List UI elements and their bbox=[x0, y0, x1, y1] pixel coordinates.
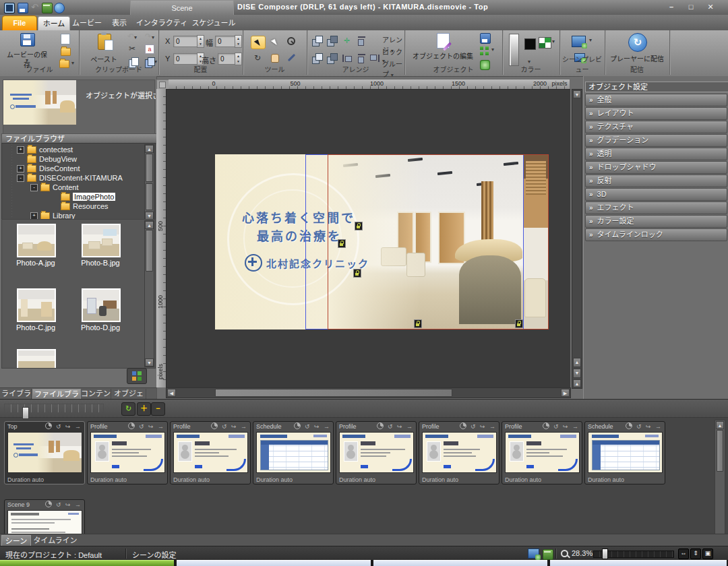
globe-icon[interactable] bbox=[54, 3, 65, 13]
scene-card-schedule[interactable]: Schedule ↺ ↪ → Duration auto bbox=[584, 421, 665, 484]
scene-card-profile[interactable]: Profile ↺ ↪ → Duration auto bbox=[87, 421, 168, 484]
thumbnail-size-slider[interactable] bbox=[4, 404, 104, 413]
taskbar-button[interactable] bbox=[550, 560, 727, 566]
redo-icon[interactable]: ↷▾ bbox=[145, 32, 154, 42]
contextual-tab-scene[interactable]: Scene bbox=[130, 0, 234, 15]
maximize-button[interactable]: □ bbox=[684, 2, 698, 12]
send-to-back-icon[interactable] bbox=[327, 36, 337, 46]
section-color-settings[interactable]: »カラー設定 bbox=[585, 215, 727, 228]
film-icon[interactable] bbox=[42, 3, 53, 13]
close-button[interactable]: ✕ bbox=[703, 2, 718, 12]
center-object-icon[interactable]: ✛ bbox=[342, 36, 352, 46]
zoom-slider-thumb[interactable] bbox=[602, 548, 608, 559]
preview-status-icon[interactable] bbox=[528, 548, 539, 559]
file-thumbnail-photo-d[interactable] bbox=[82, 288, 121, 322]
tree-item[interactable]: Resources bbox=[2, 201, 156, 211]
section-effect[interactable]: »エフェクト bbox=[585, 201, 727, 214]
scroll-right-button[interactable]: ▶ bbox=[561, 389, 570, 397]
lock-icon[interactable] bbox=[353, 269, 361, 278]
scene-card-profile[interactable]: Profile ↺ ↪ → Duration auto bbox=[419, 421, 499, 484]
section-drop-shadow[interactable]: »ドロップシャドウ bbox=[585, 161, 727, 174]
slider-thumb[interactable] bbox=[22, 407, 29, 419]
tab-objects[interactable]: オブジェクト bbox=[112, 389, 146, 399]
scroll-up-button[interactable]: ▲ bbox=[145, 221, 154, 229]
eyedropper-tool[interactable] bbox=[284, 52, 298, 64]
scene-scrollbar[interactable]: ▲ bbox=[715, 420, 725, 534]
new-document-icon[interactable] bbox=[61, 34, 70, 44]
selection-outline-red[interactable] bbox=[328, 154, 549, 329]
x-input[interactable]: 0 bbox=[173, 36, 198, 47]
section-3d[interactable]: »3D bbox=[585, 188, 727, 201]
rotate-tool[interactable]: ↻ bbox=[251, 52, 264, 64]
scrollbar-thumb[interactable] bbox=[215, 389, 452, 397]
undo-icon[interactable]: ↶▾ bbox=[127, 32, 137, 42]
section-layout[interactable]: »レイアウト bbox=[585, 107, 727, 120]
align-left-icon[interactable] bbox=[342, 53, 352, 63]
fit-height-button[interactable]: ⇕ bbox=[690, 548, 701, 559]
taskbar-button[interactable] bbox=[0, 560, 174, 566]
scroll-up-button[interactable]: ▼ bbox=[573, 90, 581, 98]
file-thumbnail-partial[interactable] bbox=[17, 349, 56, 369]
thumbnails-scrollbar[interactable]: ▲ ▼ bbox=[144, 220, 154, 367]
fit-page-button[interactable]: ▣ bbox=[702, 548, 713, 559]
object-grid-icon[interactable] bbox=[480, 46, 489, 55]
save-object-icon[interactable] bbox=[480, 33, 491, 44]
slide-canvas[interactable]: 心落ち着く空間で 最高の治療を 北村記念クリニック bbox=[215, 154, 549, 329]
foreground-color-swatch[interactable] bbox=[524, 38, 536, 50]
chevron-down-icon[interactable]: ▾ bbox=[552, 38, 555, 44]
section-reflection[interactable]: »反射 bbox=[585, 175, 727, 187]
monitor-icon[interactable] bbox=[4, 3, 15, 13]
tree-item[interactable]: -Content bbox=[2, 183, 156, 192]
cut-icon[interactable]: ✂ bbox=[129, 44, 135, 53]
paste-special-icon[interactable]: a bbox=[145, 44, 154, 54]
section-transparency[interactable]: »透明 bbox=[585, 148, 727, 160]
tree-item[interactable]: -DISEContent-KITAMURA bbox=[2, 173, 156, 183]
tab-library[interactable]: ライブラリ bbox=[1, 389, 32, 399]
tree-item-selected[interactable]: ImagePhoto bbox=[2, 192, 156, 201]
scroll-up-button[interactable]: ▲ bbox=[716, 421, 724, 429]
tab-interactive[interactable]: インタラクティブ bbox=[135, 16, 189, 30]
section-gradation[interactable]: »グラデーション bbox=[585, 134, 727, 147]
scroll-left-button[interactable]: ◀ bbox=[167, 389, 176, 397]
send-backward-icon[interactable] bbox=[327, 53, 337, 63]
save-icon[interactable] bbox=[18, 3, 28, 13]
scroll-down-button[interactable]: ▲ bbox=[573, 379, 581, 387]
tree-expander[interactable]: + bbox=[30, 212, 38, 220]
pan-tool[interactable] bbox=[268, 52, 282, 64]
scrollbar-thumb[interactable] bbox=[146, 183, 153, 210]
lock-icon[interactable] bbox=[515, 319, 523, 328]
direct-select-tool[interactable] bbox=[268, 36, 282, 48]
transparency-swatch[interactable] bbox=[539, 37, 551, 49]
file-thumbnail-photo-b[interactable] bbox=[82, 224, 121, 257]
file-thumbnail-photo-a[interactable] bbox=[17, 224, 56, 257]
scene-card-profile[interactable]: Profile ↺ ↪ → Duration auto bbox=[502, 421, 582, 484]
align-top-icon[interactable] bbox=[357, 36, 367, 46]
file-thumbnail-photo-c[interactable] bbox=[17, 288, 56, 322]
tab-movie[interactable]: ムービー bbox=[70, 16, 104, 30]
open-folder-icon[interactable] bbox=[61, 48, 71, 56]
scrollbar-thumb[interactable] bbox=[146, 154, 153, 182]
undo-icon[interactable]: ↶ bbox=[31, 3, 40, 12]
preview-icon[interactable] bbox=[572, 36, 586, 47]
tree-expander[interactable]: - bbox=[30, 184, 38, 191]
view-mode-button[interactable] bbox=[127, 368, 147, 384]
align-right-icon[interactable] bbox=[370, 53, 380, 63]
tree-expander[interactable]: - bbox=[17, 175, 24, 182]
x-stepper[interactable]: ▲▼ bbox=[197, 35, 204, 48]
tree-item[interactable]: +DiseContent bbox=[2, 164, 156, 173]
width-stepper[interactable]: ▲▼ bbox=[235, 35, 242, 48]
tree-expander[interactable]: + bbox=[17, 165, 24, 172]
page-down-button[interactable]: ▼▼ bbox=[573, 369, 581, 378]
section-texture[interactable]: »テクスチャ bbox=[585, 121, 727, 133]
taskbar-button[interactable] bbox=[177, 560, 371, 566]
select-tool[interactable] bbox=[251, 36, 266, 49]
minimize-button[interactable]: – bbox=[664, 2, 679, 12]
tree-expander[interactable]: + bbox=[17, 146, 24, 154]
align-bottom-icon[interactable] bbox=[357, 53, 367, 63]
section-timeline-lock[interactable]: »タイムラインロック bbox=[585, 228, 727, 241]
scene-card-profile[interactable]: Profile ↺ ↪ → Duration auto bbox=[336, 421, 417, 484]
section-general[interactable]: »全般 bbox=[585, 94, 727, 106]
remove-scene-button[interactable]: − bbox=[151, 402, 165, 416]
zoom-tool[interactable] bbox=[284, 36, 298, 48]
refresh-button[interactable]: ↻ bbox=[121, 402, 135, 416]
